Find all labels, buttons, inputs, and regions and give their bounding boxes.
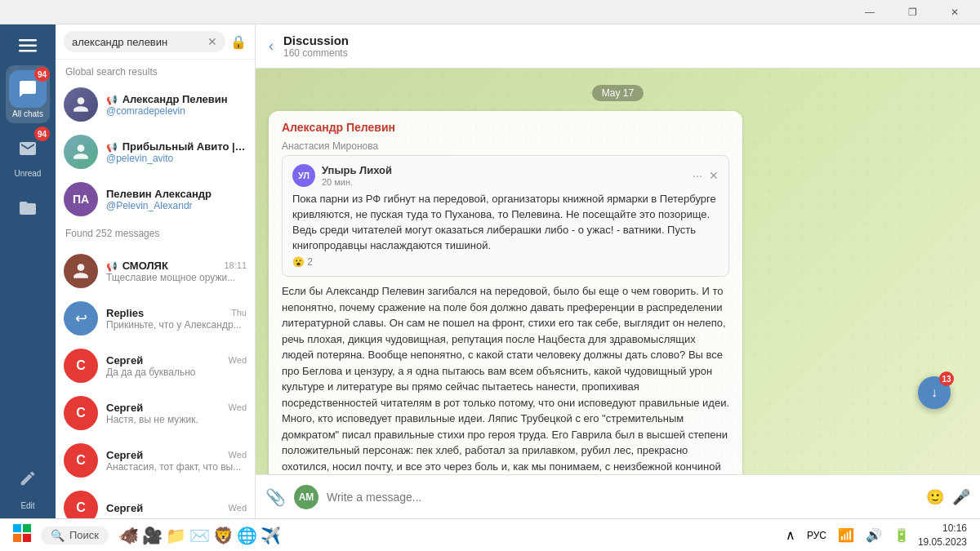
- scroll-to-bottom-button[interactable]: ↓ 13: [918, 376, 951, 409]
- taskbar-folder-icon[interactable]: 📁: [166, 526, 186, 545]
- taskbar-search[interactable]: 🔍 Поиск: [41, 527, 109, 544]
- message-item-6[interactable]: С Сергей Wed: [56, 484, 255, 518]
- taskbar-browser-icon[interactable]: 🌐: [237, 526, 257, 545]
- back-button[interactable]: ‹: [269, 38, 274, 55]
- quoted-user-info: УЛ Упырь Лихой 20 мин.: [292, 164, 392, 187]
- taskbar-mail-icon[interactable]: ✉️: [189, 526, 210, 545]
- quoted-meta: 20 мин.: [322, 177, 392, 187]
- taskbar-shield-icon[interactable]: 🦁: [213, 526, 234, 545]
- msg-time-1: 18:11: [224, 260, 247, 270]
- menu-button[interactable]: [10, 31, 46, 60]
- msg-preview-1: Тщеславие мощное оружи...: [106, 272, 247, 283]
- svg-rect-6: [23, 534, 31, 542]
- chat-header: ‹ Discussion 160 comments: [256, 24, 980, 69]
- taskbar: 🔍 Поиск 🐗 🎥 📁 ✉️ 🦁 🌐 ✈️ ∧ РУС 📶 🔊 🔋 10:1…: [0, 518, 980, 551]
- svg-rect-4: [23, 524, 31, 532]
- msg-name-6: Сергей: [106, 502, 143, 514]
- language-icon[interactable]: РУС: [804, 527, 830, 544]
- quoted-avatar: УЛ: [292, 164, 315, 187]
- msg-avatar-1: [64, 254, 98, 288]
- msg-info-3: Сергей Wed Да да да буквально: [106, 354, 247, 378]
- discussion-message: Александр Пелевин Анастасия Миронова УЛ …: [269, 111, 742, 474]
- battery-icon[interactable]: 🔋: [890, 524, 913, 546]
- app-window: — ❐ ✕ 94 Al: [0, 0, 980, 551]
- chat-title: Discussion: [283, 33, 967, 47]
- emoji-button[interactable]: 🙂: [926, 488, 944, 506]
- taskbar-video-icon[interactable]: 🎥: [142, 526, 163, 545]
- msg-header-5: Сергей Wed: [106, 449, 247, 461]
- quoted-actions: ··· ✕: [693, 169, 719, 182]
- msg-header-6: Сергей Wed: [106, 502, 247, 514]
- close-button[interactable]: ✕: [936, 0, 973, 24]
- quoted-message: УЛ Упырь Лихой 20 мин. ··· ✕: [282, 155, 729, 277]
- search-input[interactable]: [72, 36, 203, 48]
- contact-username-3: @Pelevin_Alexandr: [106, 200, 247, 211]
- msg-preview-5: Анастасия, тот факт, что вы...: [106, 461, 247, 473]
- message-item-2[interactable]: ↩ Replies Thu Прикиньте, что у Александр…: [56, 295, 255, 342]
- input-actions: 🙂 🎤: [926, 488, 970, 506]
- replies-avatar: ↩: [64, 301, 98, 335]
- more-icon[interactable]: ···: [693, 169, 702, 182]
- msg-header-1: 📢 СМОЛЯК 18:11: [106, 260, 247, 272]
- voice-button[interactable]: 🎤: [952, 488, 970, 506]
- window-controls: — ❐ ✕: [851, 0, 973, 24]
- contact-info-2: 📢 Прибыльный Авито | А... @pelevin_avito: [106, 140, 247, 164]
- msg-preview-4: Настя, вы не мужик.: [106, 414, 247, 425]
- quoted-user-details: Упырь Лихой 20 мин.: [322, 164, 392, 187]
- sidebar-item-all-chats[interactable]: 94 All chats: [6, 65, 50, 123]
- message-item-4[interactable]: С Сергей Wed Настя, вы не мужик.: [56, 389, 255, 437]
- unread-label: Unread: [15, 169, 42, 178]
- contact-name-1: 📢 Александр Пелевин: [106, 93, 247, 105]
- msg-header-3: Сергей Wed: [106, 354, 247, 367]
- system-tray-expand[interactable]: ∧: [782, 524, 799, 546]
- all-chats-label: All chats: [12, 109, 43, 118]
- global-search-label: Global search results: [56, 60, 255, 81]
- user-avatar: AM: [294, 485, 318, 509]
- msg-info-2: Replies Thu Прикиньте, что у Александр..…: [106, 307, 247, 331]
- msg-info-1: 📢 СМОЛЯК 18:11 Тщеславие мощное оружи...: [106, 260, 247, 283]
- message-item-5[interactable]: С Сергей Wed Анастасия, тот факт, что вы…: [56, 437, 255, 484]
- wifi-icon[interactable]: 📶: [835, 524, 858, 546]
- volume-icon[interactable]: 🔊: [862, 524, 885, 546]
- contact-item-2[interactable]: 📢 Прибыльный Авито | А... @pelevin_avito: [56, 128, 255, 176]
- msg-info-4: Сергей Wed Настя, вы не мужик.: [106, 402, 247, 425]
- msg-name-5: Сергей: [106, 449, 143, 461]
- main-message-text: Если бы Александр Пелевин загибался на п…: [282, 283, 729, 474]
- chat-subtitle: 160 comments: [283, 47, 967, 59]
- minimize-button[interactable]: —: [851, 0, 889, 24]
- sidebar-item-folders[interactable]: [6, 184, 50, 232]
- chat-background: May 17 Александр Пелевин Анастасия Мирон…: [256, 69, 980, 474]
- message-input[interactable]: [327, 491, 918, 504]
- app-body: 94 All chats 94 Unread: [0, 24, 980, 518]
- msg-info-6: Сергей Wed: [106, 502, 247, 514]
- sidebar-item-unread[interactable]: 94 Unread: [6, 125, 50, 183]
- msg-name-2: Replies: [106, 307, 144, 319]
- emoji-count: 😮 2: [292, 256, 719, 268]
- msg-time-2: Thu: [231, 308, 247, 318]
- msg-time-3: Wed: [229, 355, 247, 365]
- close-icon[interactable]: ✕: [709, 169, 719, 182]
- lock-icon[interactable]: 🔒: [230, 34, 247, 50]
- contact-username-2: @pelevin_avito: [106, 153, 247, 164]
- message-item-1[interactable]: 📢 СМОЛЯК 18:11 Тщеславие мощное оружи...: [56, 247, 255, 295]
- replying-to-label: Анастасия Миронова: [282, 140, 729, 152]
- discussion-author: Александр Пелевин: [282, 121, 729, 134]
- maximize-button[interactable]: ❐: [893, 0, 931, 24]
- start-button[interactable]: [7, 521, 38, 550]
- attach-button[interactable]: 📎: [265, 487, 286, 507]
- msg-header-2: Replies Thu: [106, 307, 247, 319]
- sidebar-edit-button[interactable]: [9, 464, 47, 493]
- msg-preview-3: Да да да буквально: [106, 367, 247, 378]
- contact-item-1[interactable]: 📢 Александр Пелевин @comradepelevin: [56, 81, 255, 128]
- taskbar-boar-icon[interactable]: 🐗: [118, 526, 139, 545]
- search-input-wrap[interactable]: ✕: [64, 31, 225, 52]
- time-display: 10:16: [918, 522, 967, 535]
- megaphone-icon-1: 📢: [106, 95, 118, 104]
- taskbar-telegram-icon[interactable]: ✈️: [261, 526, 281, 545]
- search-clear-icon[interactable]: ✕: [207, 35, 217, 48]
- taskbar-search-text: Поиск: [69, 529, 99, 541]
- message-item-3[interactable]: С Сергей Wed Да да да буквально: [56, 342, 255, 389]
- contact-info-1: 📢 Александр Пелевин @comradepelevin: [106, 93, 247, 117]
- contact-item-3[interactable]: ПА Пелевин Александр @Pelevin_Alexandr: [56, 176, 255, 223]
- msg-time-6: Wed: [229, 503, 247, 513]
